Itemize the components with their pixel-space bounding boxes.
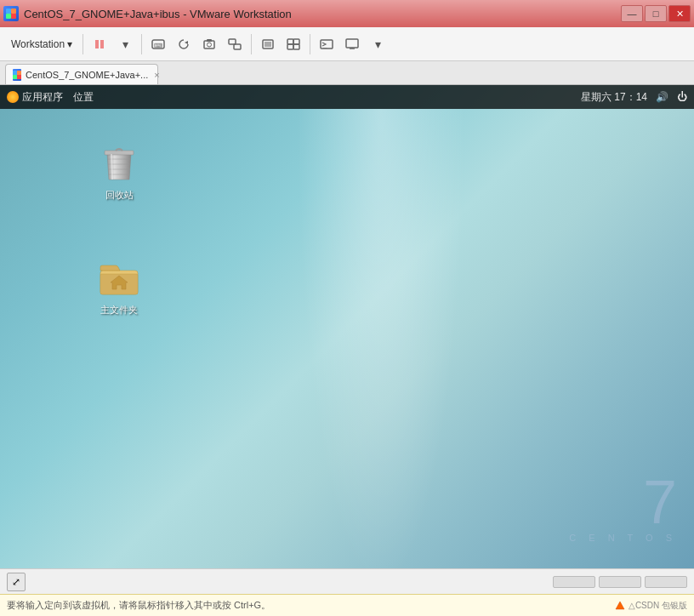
vm-tab[interactable]: CentOS_7_GNOME+Java+... × bbox=[5, 64, 158, 84]
brand-icon bbox=[615, 601, 625, 611]
gnome-places-menu[interactable]: 位置 bbox=[73, 90, 94, 105]
centos-brand-text: C E N T O S bbox=[569, 533, 677, 543]
hint-bar: 要将输入定向到该虚拟机，请将鼠标指针移入其中或按 Ctrl+G。 △CSDN 包… bbox=[0, 594, 694, 616]
tab-vm-icon bbox=[13, 69, 21, 81]
svg-marker-8 bbox=[185, 41, 188, 44]
hint-text: 要将输入定向到该虚拟机，请将鼠标指针移入其中或按 Ctrl+G。 bbox=[7, 599, 270, 612]
progress-indicators bbox=[553, 576, 687, 588]
svg-rect-3 bbox=[11, 14, 16, 19]
pause-dropdown[interactable]: ▾ bbox=[113, 32, 137, 56]
pause-button[interactable] bbox=[88, 32, 111, 56]
gnome-datetime: 星期六 17：14 bbox=[581, 90, 647, 105]
snapshot-button[interactable] bbox=[197, 32, 221, 56]
svg-rect-5 bbox=[100, 40, 104, 48]
gnome-top-panel: 应用程序 位置 星期六 17：14 🔊 ⏻ bbox=[0, 85, 694, 109]
gnome-app-menu[interactable]: 应用程序 bbox=[7, 90, 63, 105]
minimize-button[interactable]: — bbox=[621, 5, 643, 22]
gnome-panel-left: 应用程序 位置 bbox=[7, 90, 94, 105]
window-title: CentOS_7_GNOME+Java+ibus - VMware Workst… bbox=[24, 8, 292, 20]
gnome-volume-icon[interactable]: 🔊 bbox=[656, 91, 668, 103]
svg-rect-13 bbox=[234, 44, 241, 49]
svg-text:⌨: ⌨ bbox=[154, 43, 162, 48]
gnome-app-label: 应用程序 bbox=[22, 90, 63, 105]
svg-rect-31 bbox=[105, 151, 134, 155]
svg-point-10 bbox=[208, 43, 212, 47]
titlebar: CentOS_7_GNOME+Java+ibus - VMware Workst… bbox=[0, 0, 694, 27]
titlebar-left: CentOS_7_GNOME+Java+ibus - VMware Workst… bbox=[3, 6, 292, 21]
tab-bar: CentOS_7_GNOME+Java+... × bbox=[0, 61, 694, 85]
window-controls: — □ ✕ bbox=[621, 5, 691, 22]
svg-rect-4 bbox=[95, 40, 99, 48]
svg-rect-15 bbox=[265, 42, 271, 47]
brand-text: △CSDN 包银版 bbox=[629, 600, 687, 612]
svg-rect-25 bbox=[13, 75, 17, 79]
gnome-desktop[interactable]: 应用程序 位置 星期六 17：14 🔊 ⏻ bbox=[0, 85, 694, 568]
svg-rect-19 bbox=[293, 44, 299, 49]
display-dropdown[interactable]: ▾ bbox=[366, 32, 390, 56]
progress-seg-2 bbox=[599, 576, 641, 588]
svg-rect-12 bbox=[229, 39, 236, 44]
progress-seg-3 bbox=[645, 576, 687, 588]
workstation-menu[interactable]: Workstation ▾ bbox=[5, 32, 78, 56]
progress-seg-1 bbox=[553, 576, 595, 588]
main-toolbar: Workstation ▾ ▾ ⌨ bbox=[0, 27, 694, 61]
full-screen-button[interactable] bbox=[256, 32, 280, 56]
console-button[interactable]: _ bbox=[315, 32, 338, 56]
gnome-panel-right: 星期六 17：14 🔊 ⏻ bbox=[581, 90, 687, 105]
tab-close-button[interactable]: × bbox=[154, 70, 159, 80]
gnome-power-icon[interactable]: ⏻ bbox=[677, 91, 687, 103]
svg-rect-11 bbox=[207, 39, 212, 42]
svg-rect-23 bbox=[13, 71, 17, 75]
gnome-app-icon bbox=[7, 91, 19, 103]
toolbar-sep-4 bbox=[310, 34, 310, 54]
svg-rect-9 bbox=[204, 41, 214, 48]
toolbar-sep-2 bbox=[141, 34, 142, 54]
home-label: 主文件夹 bbox=[97, 303, 141, 317]
trash-icon[interactable]: 回收站 bbox=[85, 140, 153, 202]
pause-arrow-icon: ▾ bbox=[122, 37, 128, 51]
toolbar-sep-1 bbox=[82, 34, 83, 54]
trash-image bbox=[97, 140, 141, 185]
centos-version-number: 7 bbox=[569, 471, 677, 533]
stretch-button[interactable]: ⤢ bbox=[7, 573, 26, 591]
revert-snapshot-button[interactable] bbox=[172, 32, 196, 56]
svg-rect-24 bbox=[17, 71, 21, 75]
toolbar-sep-3 bbox=[251, 34, 252, 54]
display-button[interactable] bbox=[340, 32, 364, 56]
svg-rect-2 bbox=[6, 14, 11, 19]
svg-rect-1 bbox=[11, 9, 16, 14]
svg-rect-26 bbox=[17, 75, 21, 79]
maximize-button[interactable]: □ bbox=[645, 5, 667, 22]
desktop-light-effect bbox=[296, 109, 466, 568]
close-button[interactable]: ✕ bbox=[668, 5, 691, 22]
status-bar: ⤢ bbox=[0, 568, 694, 594]
vm-display-area[interactable]: 应用程序 位置 星期六 17：14 🔊 ⏻ bbox=[0, 85, 694, 568]
svg-rect-18 bbox=[287, 44, 293, 49]
workstation-label: Workstation bbox=[11, 38, 65, 50]
home-image bbox=[97, 255, 141, 299]
workstation-dropdown-arrow: ▾ bbox=[67, 38, 72, 50]
svg-rect-0 bbox=[6, 9, 11, 14]
send-ctrlaltdel-button[interactable]: ⌨ bbox=[146, 32, 170, 56]
unity-button[interactable] bbox=[282, 32, 305, 56]
svg-rect-22 bbox=[346, 39, 358, 48]
vmware-icon bbox=[3, 6, 19, 21]
centos-watermark: 7 C E N T O S bbox=[569, 471, 677, 543]
trash-label: 回收站 bbox=[102, 188, 137, 202]
home-folder-icon[interactable]: 主文件夹 bbox=[85, 255, 153, 317]
svg-rect-16 bbox=[287, 39, 293, 44]
gnome-places-label: 位置 bbox=[73, 90, 94, 105]
snapshot-manager-button[interactable] bbox=[223, 32, 247, 56]
svg-marker-34 bbox=[616, 602, 624, 609]
brand-area: △CSDN 包银版 bbox=[615, 600, 687, 612]
svg-rect-17 bbox=[293, 39, 299, 44]
tab-label: CentOS_7_GNOME+Java+... bbox=[26, 70, 148, 80]
